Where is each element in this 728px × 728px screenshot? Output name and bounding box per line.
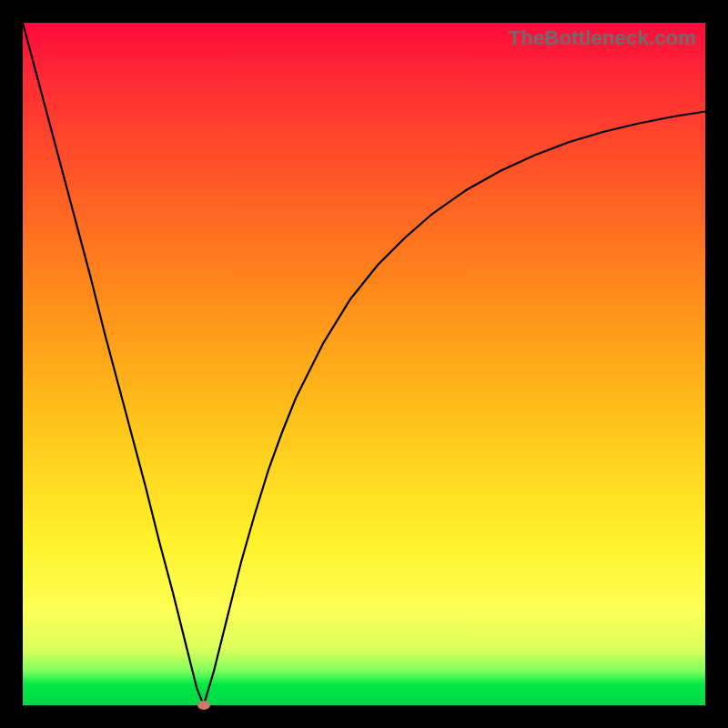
bottleneck-curve [23,23,705,705]
plot-area: TheBottleneck.com [23,23,705,705]
curve-layer [23,23,705,705]
chart-frame: TheBottleneck.com [0,0,728,728]
optimal-point-marker [197,701,210,710]
